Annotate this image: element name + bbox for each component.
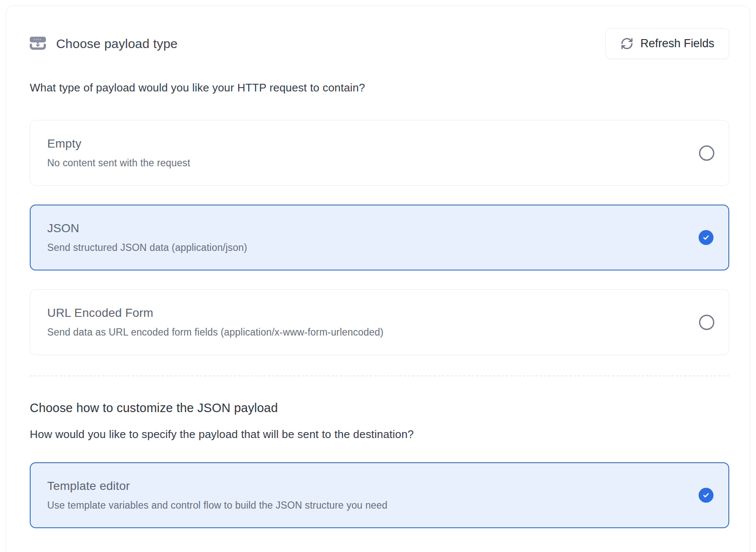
refresh-fields-button[interactable]: Refresh Fields	[605, 28, 729, 59]
payload-type-options: Empty No content sent with the request J…	[30, 120, 729, 355]
refresh-icon	[620, 37, 634, 50]
panel-header: Choose payload type Refresh Fields	[30, 28, 729, 59]
option-card-template-editor[interactable]: Template editor Use template variables a…	[30, 462, 729, 528]
option-card-empty[interactable]: Empty No content sent with the request	[30, 120, 729, 186]
option-description: Use template variables and control flow …	[47, 499, 682, 512]
option-description: No content sent with the request	[47, 156, 682, 169]
option-description: Send data as URL encoded form fields (ap…	[47, 326, 682, 339]
payload-type-question: What type of payload would you like your…	[30, 81, 729, 94]
customize-section-question: How would you like to specify the payloa…	[30, 428, 729, 441]
customize-options: Template editor Use template variables a…	[30, 462, 729, 528]
option-title: Empty	[47, 137, 682, 151]
option-card-json[interactable]: JSON Send structured JSON data (applicat…	[30, 205, 729, 270]
page-title: Choose payload type	[56, 37, 178, 51]
radio-circle-icon	[699, 315, 714, 330]
check-circle-icon	[699, 230, 714, 245]
option-description: Send structured JSON data (application/j…	[47, 241, 682, 254]
option-card-url-encoded-form[interactable]: URL Encoded Form Send data as URL encode…	[30, 289, 729, 355]
check-circle-icon	[699, 488, 714, 503]
payload-tray-icon	[30, 37, 46, 51]
radio-circle-icon	[699, 145, 714, 161]
section-divider	[30, 376, 729, 376]
option-title: Template editor	[47, 479, 682, 493]
option-title: JSON	[47, 221, 682, 236]
panel-header-left: Choose payload type	[30, 37, 178, 51]
customize-section-heading: Choose how to customize the JSON payload	[30, 401, 729, 415]
refresh-fields-label: Refresh Fields	[640, 37, 714, 50]
payload-config-panel: Choose payload type Refresh Fields What …	[6, 6, 750, 552]
option-title: URL Encoded Form	[47, 306, 682, 320]
